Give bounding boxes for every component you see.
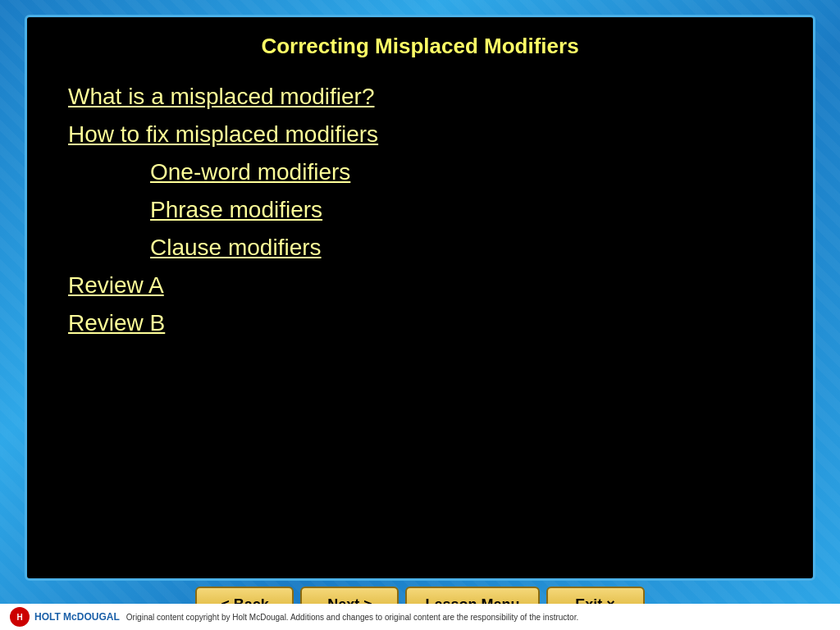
menu-item-how-to-fix[interactable]: How to fix misplaced modifiers: [68, 121, 780, 148]
menu-item-review-b[interactable]: Review B: [68, 310, 780, 336]
menu-item-phrase[interactable]: Phrase modifiers: [150, 197, 780, 223]
menu-list: What is a misplaced modifier?How to fix …: [60, 84, 780, 336]
slide-area: Correcting Misplaced Modifiers What is a…: [25, 15, 815, 581]
holt-icon: H: [10, 607, 30, 627]
slide-title: Correcting Misplaced Modifiers: [60, 34, 780, 59]
menu-item-one-word[interactable]: One-word modifiers: [150, 159, 780, 185]
footer-bar: H HOLT McDOUGAL Original content copyrig…: [0, 604, 840, 630]
footer-copyright: Original content copyright by Holt McDou…: [126, 613, 578, 622]
menu-item-review-a[interactable]: Review A: [68, 272, 780, 299]
main-container: Correcting Misplaced Modifiers What is a…: [25, 15, 815, 581]
footer-brand: HOLT McDOUGAL: [34, 611, 120, 623]
footer-logo: H HOLT McDOUGAL: [10, 607, 120, 627]
menu-item-what-is[interactable]: What is a misplaced modifier?: [68, 84, 780, 110]
menu-item-clause[interactable]: Clause modifiers: [150, 235, 780, 261]
